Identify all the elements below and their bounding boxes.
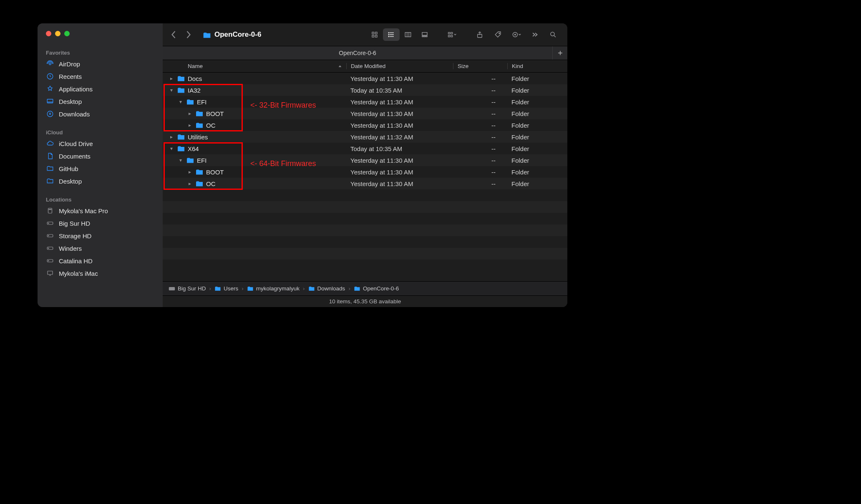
sidebar-item-downloads[interactable]: Downloads (38, 108, 163, 120)
window-title: OpenCore-0-6 (203, 30, 261, 39)
action-button[interactable] (508, 28, 525, 41)
file-row[interactable]: ▸DocsYesterday at 11:30 AM--Folder (163, 73, 567, 84)
column-kind[interactable]: Kind (507, 63, 567, 69)
cell-name: ▸BOOT (163, 110, 346, 117)
file-name: BOOT (206, 169, 224, 176)
column-date[interactable]: Date Modified (346, 63, 453, 69)
sidebar-item-storage[interactable]: Storage HD (38, 229, 163, 242)
overflow-button[interactable] (526, 28, 543, 41)
folder-icon (203, 31, 211, 38)
disclosure-triangle-icon[interactable]: ▸ (169, 76, 174, 81)
folder-icon (177, 134, 185, 140)
file-row[interactable]: ▸OCYesterday at 11:30 AM--Folder (163, 119, 567, 131)
file-row[interactable]: ▾EFIYesterday at 11:30 AM--Folder (163, 96, 567, 108)
sidebar-item-catalina[interactable]: Catalina HD (38, 255, 163, 267)
svg-point-34 (499, 33, 500, 34)
file-row[interactable]: ▸UtilitiesYesterday at 11:32 AM--Folder (163, 131, 567, 143)
svg-rect-31 (451, 33, 453, 34)
disclosure-triangle-icon[interactable]: ▾ (178, 99, 184, 105)
folder-icon (308, 286, 315, 291)
path-seg-users[interactable]: Users (214, 285, 238, 292)
svg-point-11 (48, 235, 49, 236)
close-button[interactable] (46, 31, 51, 36)
svg-point-22 (388, 34, 389, 35)
chevron-right-icon: › (209, 285, 211, 292)
sidebar-item-imac[interactable]: Mykola's iMac (38, 267, 163, 280)
sidebar-item-documents[interactable]: Documents (38, 150, 163, 162)
cell-date: Yesterday at 11:30 AM (346, 110, 453, 117)
sidebar-item-desktop-icloud[interactable]: Desktop (38, 175, 163, 187)
disclosure-triangle-icon[interactable]: ▸ (187, 122, 193, 128)
cell-size: -- (453, 180, 507, 187)
list-view-button[interactable] (383, 28, 400, 41)
file-name: IA32 (188, 87, 201, 94)
path-seg-user[interactable]: mykolagrymalyuk (247, 285, 300, 292)
folder-icon (195, 169, 204, 175)
disclosure-triangle-icon[interactable]: ▾ (178, 157, 184, 163)
file-name: EFI (197, 157, 206, 164)
new-tab-button[interactable] (552, 46, 567, 60)
view-mode-group (366, 28, 433, 41)
file-row[interactable]: ▾IA32Today at 10:35 AM--Folder (163, 84, 567, 96)
file-row[interactable]: ▾EFIYesterday at 11:30 AM--Folder (163, 154, 567, 166)
svg-point-21 (388, 33, 389, 33)
disclosure-triangle-icon[interactable]: ▸ (187, 169, 193, 175)
file-row[interactable]: ▸BOOTYesterday at 11:30 AM--Folder (163, 166, 567, 178)
sidebar-item-recents[interactable]: Recents (38, 70, 163, 83)
share-button[interactable] (471, 28, 488, 41)
empty-row (163, 201, 567, 213)
cell-date: Yesterday at 11:30 AM (346, 98, 453, 106)
tab-opencore[interactable]: OpenCore-0-6 (163, 46, 552, 60)
svg-rect-25 (422, 33, 427, 35)
svg-point-7 (51, 209, 51, 209)
title-text: OpenCore-0-6 (214, 30, 261, 39)
empty-row (163, 213, 567, 224)
sidebar-item-airdrop[interactable]: AirDrop (38, 58, 163, 70)
sidebar-item-applications[interactable]: Applications (38, 83, 163, 95)
file-row[interactable]: ▸OCYesterday at 11:30 AM--Folder (163, 178, 567, 189)
gallery-view-button[interactable] (416, 28, 433, 41)
path-seg-bigsur[interactable]: Big Sur HD (169, 285, 206, 292)
cell-kind: Folder (507, 157, 567, 164)
path-seg-opencore[interactable]: OpenCore-0-6 (354, 285, 399, 292)
folder-icon (214, 286, 221, 291)
sidebar-item-winders[interactable]: Winders (38, 242, 163, 255)
cell-size: -- (453, 98, 507, 106)
tag-button[interactable] (490, 28, 506, 41)
disclosure-triangle-icon[interactable]: ▸ (187, 181, 193, 186)
disclosure-triangle-icon[interactable]: ▸ (187, 111, 193, 116)
column-size[interactable]: Size (453, 63, 507, 69)
file-row[interactable]: ▾X64Today at 10:35 AM--Folder (163, 143, 567, 154)
path-seg-downloads[interactable]: Downloads (308, 285, 345, 292)
hdd-icon (169, 286, 175, 292)
sidebar-item-label: Desktop (59, 98, 82, 105)
cell-size: -- (453, 110, 507, 117)
svg-rect-26 (422, 36, 423, 37)
sidebar-item-bigsur[interactable]: Big Sur HD (38, 217, 163, 229)
sidebar-item-icloud-drive[interactable]: iCloud Drive (38, 137, 163, 150)
sidebar-item-desktop[interactable]: Desktop (38, 95, 163, 108)
sidebar-item-macpro[interactable]: Mykola's Mac Pro (38, 204, 163, 217)
back-button[interactable] (171, 30, 176, 39)
svg-rect-24 (405, 33, 411, 37)
column-view-button[interactable] (400, 28, 416, 41)
sidebar-item-github[interactable]: GitHub (38, 162, 163, 175)
disclosure-triangle-icon[interactable]: ▾ (169, 87, 174, 93)
cell-name: ▸BOOT (163, 169, 346, 176)
file-name: OC (206, 180, 216, 187)
disclosure-triangle-icon[interactable]: ▸ (169, 134, 174, 140)
file-list: ▸DocsYesterday at 11:30 AM--Folder▾IA32T… (163, 73, 567, 281)
fullscreen-button[interactable] (64, 31, 70, 36)
sidebar-section-icloud: iCloud (38, 127, 163, 137)
disclosure-triangle-icon[interactable]: ▾ (169, 146, 174, 151)
forward-button[interactable] (186, 30, 191, 39)
group-button[interactable] (444, 28, 461, 41)
folder-icon (247, 286, 254, 291)
search-button[interactable] (545, 28, 561, 41)
icon-view-button[interactable] (366, 28, 383, 41)
column-name[interactable]: Name (163, 63, 346, 69)
minimize-button[interactable] (55, 31, 60, 36)
svg-rect-19 (372, 35, 374, 38)
finder-window: Favorites AirDrop Recents Applications D… (38, 23, 567, 307)
file-row[interactable]: ▸BOOTYesterday at 11:30 AM--Folder (163, 108, 567, 119)
